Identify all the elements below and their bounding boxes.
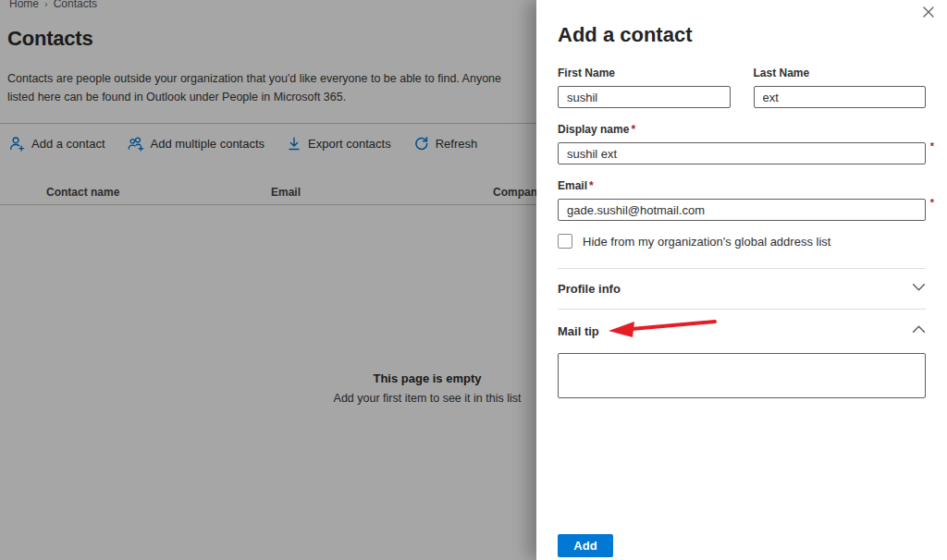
last-name-label: Last Name — [754, 67, 927, 79]
add-contact-panel: Add a contact First Name Last Name Displ… — [536, 0, 947, 560]
required-asterisk: * — [589, 179, 594, 192]
first-name-input[interactable] — [558, 86, 731, 108]
close-icon — [923, 5, 934, 21]
hide-from-gal-checkbox[interactable] — [558, 234, 572, 249]
chevron-up-icon — [912, 323, 926, 340]
mail-tip-input[interactable] — [558, 353, 926, 398]
panel-title: Add a contact — [558, 23, 926, 47]
email-field: Email* * — [558, 179, 926, 221]
hide-from-gal-label: Hide from my organization's global addre… — [583, 235, 830, 249]
mail-tip-label: Mail tip — [558, 324, 599, 338]
display-name-label: Display name* — [558, 123, 926, 136]
required-asterisk: * — [930, 197, 934, 208]
hide-from-gal-row: Hide from my organization's global addre… — [558, 234, 926, 249]
last-name-input[interactable] — [754, 86, 927, 108]
chevron-down-icon — [912, 280, 926, 298]
required-asterisk: * — [631, 123, 635, 136]
profile-info-section-toggle[interactable]: Profile info — [558, 269, 926, 309]
add-button[interactable]: Add — [558, 534, 613, 557]
profile-info-label: Profile info — [558, 282, 621, 296]
required-asterisk: * — [930, 140, 934, 152]
first-name-label: First Name — [558, 67, 731, 79]
email-input[interactable] — [558, 199, 926, 221]
mail-tip-section-toggle[interactable]: Mail tip — [558, 310, 926, 352]
display-name-field: Display name* * — [558, 123, 926, 164]
email-label: Email* — [558, 179, 926, 192]
close-panel-button[interactable] — [917, 2, 940, 24]
first-name-field: First Name — [558, 67, 731, 108]
display-name-input[interactable] — [558, 142, 926, 164]
last-name-field: Last Name — [754, 67, 927, 108]
